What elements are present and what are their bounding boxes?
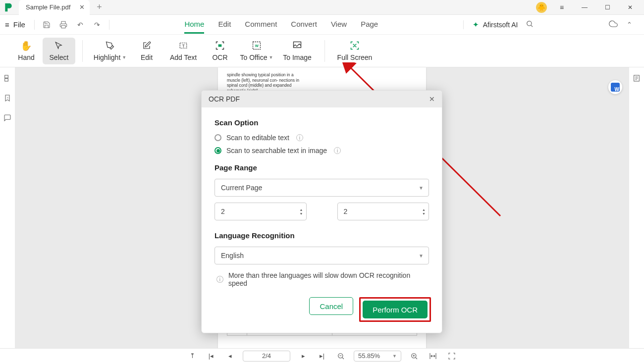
zoom-select[interactable]: 55.85%▼: [354, 351, 401, 362]
hamburger-menu-icon[interactable]: ≡: [551, 0, 573, 15]
language-select[interactable]: English ▼: [215, 247, 429, 264]
user-avatar[interactable]: 🐥: [536, 2, 547, 13]
save-icon[interactable]: [42, 20, 52, 30]
ocr-icon: [215, 40, 225, 51]
tab-page[interactable]: Page: [361, 16, 378, 34]
zoom-value: 55.85%: [358, 352, 380, 360]
radio-searchable-text[interactable]: Scan to searchable text in image i: [215, 147, 429, 155]
undo-icon[interactable]: ↶: [75, 20, 85, 30]
fit-width-icon[interactable]: [427, 350, 439, 362]
tool-to-office-label: To Office: [240, 53, 268, 61]
spinner-down-icon[interactable]: ▼: [300, 212, 303, 215]
chevron-down-icon: ▼: [392, 354, 397, 359]
perform-ocr-button[interactable]: Perform OCR: [363, 301, 428, 318]
spinner-down-icon[interactable]: ▼: [422, 212, 426, 215]
menu-icon: ≡: [5, 20, 9, 29]
page-to-input[interactable]: 2 ▲▼: [337, 203, 429, 220]
page-from-value: 2: [221, 207, 225, 215]
properties-icon[interactable]: [633, 74, 641, 84]
svg-rect-8: [5, 75, 8, 78]
close-tab-icon[interactable]: ✕: [79, 3, 85, 11]
svg-rect-0: [61, 25, 65, 28]
dialog-close-button[interactable]: ✕: [429, 95, 435, 103]
radio-editable-label: Scan to editable text: [226, 134, 289, 142]
separator: [324, 40, 325, 62]
cloud-icon[interactable]: [609, 19, 618, 30]
window-minimize-button[interactable]: —: [574, 0, 595, 15]
tool-to-office[interactable]: W To Office▼: [236, 38, 277, 64]
spinner-up-icon[interactable]: ▲: [422, 208, 426, 211]
thumbnails-icon[interactable]: [3, 74, 11, 84]
tab-view[interactable]: View: [331, 16, 347, 34]
tab-convert[interactable]: Convert: [291, 16, 317, 34]
redo-icon[interactable]: ↷: [92, 20, 102, 30]
tool-edit-label: Edit: [141, 53, 153, 61]
comment-panel-icon[interactable]: [3, 114, 11, 124]
document-tab-label: Sample File.pdf: [26, 3, 70, 11]
radio-searchable-label: Scan to searchable text in image: [226, 147, 327, 155]
prev-page-icon[interactable]: ◂: [224, 350, 236, 362]
content-area: + spindle showing typical position in a …: [0, 67, 644, 348]
page-to-value: 2: [344, 207, 348, 215]
search-icon[interactable]: [526, 20, 534, 29]
highlight-icon: [106, 40, 114, 51]
menubar: ≡ File ↶ ↷ Home Edit Comment Convert Vie…: [0, 15, 644, 35]
ribbon: ✋ Hand Select Highlight▼ Edit T Add Text…: [0, 35, 644, 67]
word-export-badge[interactable]: [608, 80, 622, 94]
next-page-icon[interactable]: ▸: [297, 350, 309, 362]
tool-hand[interactable]: ✋ Hand: [10, 38, 43, 64]
scan-option-heading: Scan Option: [215, 118, 429, 127]
first-page-icon[interactable]: |◂: [205, 350, 217, 362]
language-value: English: [221, 252, 244, 259]
last-page-icon[interactable]: ▸|: [316, 350, 328, 362]
page-from-input[interactable]: 2 ▲▼: [215, 203, 307, 220]
bookmark-icon[interactable]: +: [3, 94, 11, 104]
info-icon[interactable]: i: [296, 134, 303, 141]
tab-home[interactable]: Home: [184, 16, 204, 34]
zoom-in-icon[interactable]: [408, 350, 420, 362]
tool-to-image[interactable]: To Image: [277, 38, 318, 64]
radio-icon: [215, 147, 221, 154]
page-indicator[interactable]: 2/4: [243, 351, 290, 362]
page-range-select[interactable]: Current Page ▼: [215, 179, 429, 197]
radio-editable-text[interactable]: Scan to editable text i: [215, 134, 429, 142]
page-indicator-value: 2/4: [262, 352, 271, 360]
to-image-icon: [292, 40, 302, 51]
ai-button[interactable]: ✦ Afirstsoft AI: [463, 20, 518, 29]
svg-rect-9: [5, 79, 8, 81]
ai-label-text: Afirstsoft AI: [483, 21, 518, 29]
dialog-titlebar: OCR PDF ✕: [202, 91, 442, 107]
separator: [82, 40, 83, 62]
scroll-top-icon[interactable]: ⤒: [186, 350, 198, 362]
tool-full-screen-label: Full Screen: [337, 53, 373, 61]
highlight-box: Perform OCR: [359, 297, 431, 322]
language-warning: More than three languages will slow down…: [228, 271, 429, 287]
tool-add-text[interactable]: T Add Text: [163, 38, 204, 64]
tool-ocr[interactable]: OCR: [204, 38, 236, 64]
tool-select[interactable]: Select: [43, 38, 75, 64]
print-icon[interactable]: [58, 20, 68, 30]
titlebar: Sample File.pdf ✕ + 🐥 ≡ — ☐ ✕: [0, 0, 644, 15]
page-range-heading: Page Range: [215, 163, 429, 172]
info-icon[interactable]: i: [334, 147, 341, 154]
zoom-out-icon[interactable]: [335, 350, 347, 362]
tab-edit[interactable]: Edit: [218, 16, 231, 34]
tool-highlight-label: Highlight: [94, 53, 120, 61]
tab-comment[interactable]: Comment: [245, 16, 277, 34]
chevron-down-icon: ▼: [122, 55, 126, 60]
cancel-button-label: Cancel: [320, 302, 343, 311]
cancel-button[interactable]: Cancel: [309, 297, 353, 315]
tool-highlight[interactable]: Highlight▼: [90, 38, 130, 64]
document-tab[interactable]: Sample File.pdf ✕: [19, 0, 90, 15]
window-close-button[interactable]: ✕: [619, 0, 641, 15]
tool-edit[interactable]: Edit: [130, 38, 163, 64]
page-range-value: Current Page: [221, 184, 262, 192]
new-tab-button[interactable]: +: [97, 2, 102, 12]
file-menu[interactable]: ≡ File: [5, 20, 25, 29]
fit-page-icon[interactable]: [446, 350, 458, 362]
window-maximize-button[interactable]: ☐: [596, 0, 618, 15]
cursor-icon: [54, 40, 63, 51]
tool-full-screen[interactable]: Full Screen: [332, 38, 377, 64]
collapse-ribbon-icon[interactable]: ⌃: [627, 21, 632, 28]
spinner-up-icon[interactable]: ▲: [300, 208, 303, 211]
